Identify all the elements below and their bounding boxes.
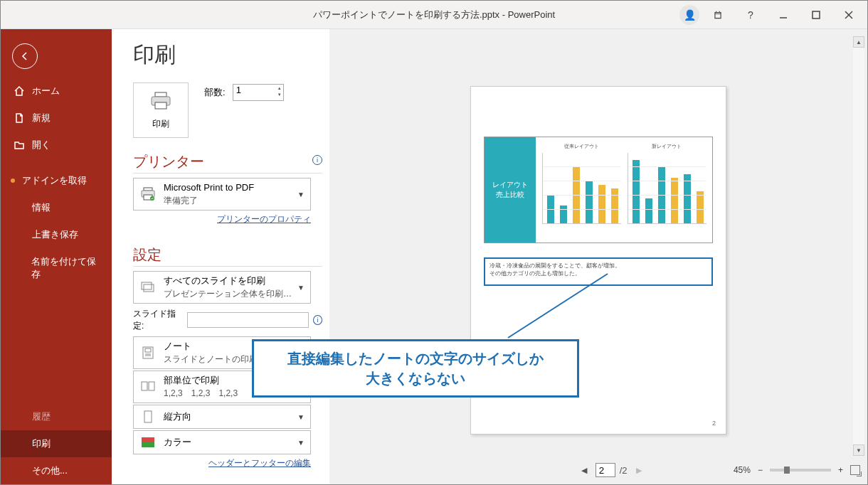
sidebar-home[interactable]: ホーム <box>1 78 112 105</box>
sidebar-save[interactable]: 上書き保存 <box>1 221 112 248</box>
callout-line-2: 大きくならない <box>264 368 567 388</box>
sidebar-save-label: 上書き保存 <box>32 228 78 241</box>
printer-status: 準備完了 <box>164 194 254 207</box>
sidebar-home-label: ホーム <box>32 85 60 97</box>
svg-line-22 <box>508 274 608 338</box>
printer-small-icon <box>138 186 158 203</box>
chevron-down-icon: ▼ <box>297 439 305 447</box>
svg-rect-17 <box>142 382 147 390</box>
next-page-button[interactable]: ▶ <box>632 466 646 475</box>
sidebar-addins[interactable]: アドインを取得 <box>1 167 112 194</box>
svg-rect-7 <box>144 188 152 191</box>
print-range-sub: プレゼンテーション全体を印刷… <box>164 287 292 300</box>
chart2-title: 新レイアウト <box>652 143 682 150</box>
info-icon[interactable]: i <box>313 315 322 325</box>
printer-selector[interactable]: Microsoft Print to PDF 準備完了 ▼ <box>133 178 311 210</box>
zoom-out-button[interactable]: − <box>758 465 763 475</box>
sidebar-other[interactable]: その他... <box>1 457 112 484</box>
scroll-down-icon[interactable]: ▼ <box>853 444 864 456</box>
printer-properties-link[interactable]: プリンターのプロパティ <box>133 213 311 225</box>
title-bar: パワーポイントでノートを印刷する方法.pptx - PowerPoint 👤 ? <box>1 1 867 29</box>
zoom-in-button[interactable]: + <box>838 465 843 475</box>
callout-arrow <box>501 270 615 341</box>
callout-box: 直接編集したノートの文字のサイズしか 大きくならない <box>252 339 579 398</box>
svg-rect-4 <box>155 92 166 97</box>
sidebar-open-label: 開く <box>32 139 51 151</box>
close-button[interactable] <box>835 2 863 28</box>
chevron-down-icon: ▼ <box>297 284 305 292</box>
chart-1: 従来レイアウト <box>539 143 624 237</box>
layout-title: ノート <box>164 340 258 353</box>
prev-page-button[interactable]: ◀ <box>577 466 591 475</box>
info-icon[interactable]: i <box>312 155 322 165</box>
orientation-label: 縦方向 <box>164 410 191 423</box>
svg-rect-1 <box>813 11 820 18</box>
callout-line-1: 直接編集したノートの文字のサイズしか <box>264 348 567 368</box>
printer-name: Microsoft Print to PDF <box>164 181 254 194</box>
slide-label-1: レイアウト <box>492 180 528 190</box>
addins-bullet-icon <box>11 178 15 183</box>
zoom-fit-icon[interactable] <box>850 465 860 475</box>
maximize-button[interactable] <box>802 2 830 28</box>
account-avatar[interactable]: 👤 <box>679 5 699 25</box>
new-icon <box>14 112 25 124</box>
zoom-slider[interactable] <box>770 469 831 471</box>
print-button-label: 印刷 <box>152 118 169 130</box>
orientation-selector[interactable]: 縦方向 ▼ <box>133 405 311 429</box>
copies-value[interactable] <box>236 85 272 95</box>
color-label: カラー <box>164 436 191 449</box>
collate-title: 部単位で印刷 <box>164 374 238 387</box>
sidebar-new[interactable]: 新規 <box>1 105 112 132</box>
svg-rect-20 <box>142 437 154 442</box>
notes-layout-icon <box>138 344 158 361</box>
copies-spinner[interactable]: ▲▼ <box>277 85 282 98</box>
window-title: パワーポイントでノートを印刷する方法.pptx - PowerPoint <box>313 9 555 21</box>
zoom-level: 45% <box>734 465 751 475</box>
preview-scrollbar[interactable]: ▲ ▼ <box>853 36 864 456</box>
slides-range-input[interactable] <box>187 312 309 328</box>
chevron-down-icon: ▼ <box>297 413 305 421</box>
copies-input[interactable]: ▲▼ <box>233 84 284 101</box>
scroll-up-icon[interactable]: ▲ <box>853 36 864 48</box>
page-input[interactable] <box>596 463 615 477</box>
print-preview: レイアウト 売上比較 従来レイアウト 新レイアウト <box>329 29 867 484</box>
page-title: 印刷 <box>133 41 322 70</box>
sidebar-history-label: 履歴 <box>32 410 51 423</box>
color-selector[interactable]: カラー ▼ <box>133 430 311 454</box>
sidebar-info[interactable]: 情報 <box>1 194 112 221</box>
sidebar-history: 履歴 <box>1 403 112 430</box>
svg-rect-21 <box>142 442 154 447</box>
sidebar-info-label: 情報 <box>32 201 51 214</box>
print-settings-panel: 印刷 印刷 部数: ▲▼ プリンター i <box>112 29 329 484</box>
help-button[interactable]: ? <box>736 2 765 28</box>
sidebar-open[interactable]: 開く <box>1 132 112 159</box>
sidebar-saveas[interactable]: 名前を付けて保存 <box>1 248 112 288</box>
backstage-sidebar: ホーム 新規 開く アドインを取得 情報 上書き保存 名前を付けて保存 履歴 印… <box>1 29 112 484</box>
header-footer-link[interactable]: ヘッダーとフッターの編集 <box>133 457 311 469</box>
sidebar-saveas-label: 名前を付けて保存 <box>31 255 99 281</box>
svg-rect-11 <box>142 282 152 289</box>
printer-section-header: プリンター i <box>133 152 322 174</box>
chart1-title: 従来レイアウト <box>564 143 599 150</box>
svg-rect-18 <box>149 382 154 390</box>
printer-icon <box>149 91 173 114</box>
chevron-down-icon: ▼ <box>297 191 305 198</box>
minimize-button[interactable] <box>769 2 798 28</box>
color-icon <box>138 434 158 451</box>
sidebar-print[interactable]: 印刷 <box>1 430 112 457</box>
home-icon <box>14 85 25 97</box>
back-button[interactable] <box>12 43 38 69</box>
layout-sub: スライドとノートの印刷 <box>164 353 258 366</box>
collate-sub: 1,2,3 1,2,3 1,2,3 <box>164 387 238 400</box>
settings-section-header: 設定 <box>133 245 322 267</box>
sidebar-new-label: 新規 <box>32 112 51 124</box>
slide-thumbnail: レイアウト 売上比較 従来レイアウト 新レイアウト <box>484 137 713 243</box>
svg-rect-19 <box>144 411 152 422</box>
open-icon <box>14 139 25 151</box>
sidebar-addins-label: アドインを取得 <box>22 174 87 187</box>
coming-soon-icon[interactable] <box>704 2 732 28</box>
collate-icon <box>138 378 158 395</box>
svg-rect-12 <box>144 284 154 292</box>
print-range-selector[interactable]: すべてのスライドを印刷 プレゼンテーション全体を印刷… ▼ <box>133 271 311 304</box>
total-pages: /2 <box>620 465 628 476</box>
